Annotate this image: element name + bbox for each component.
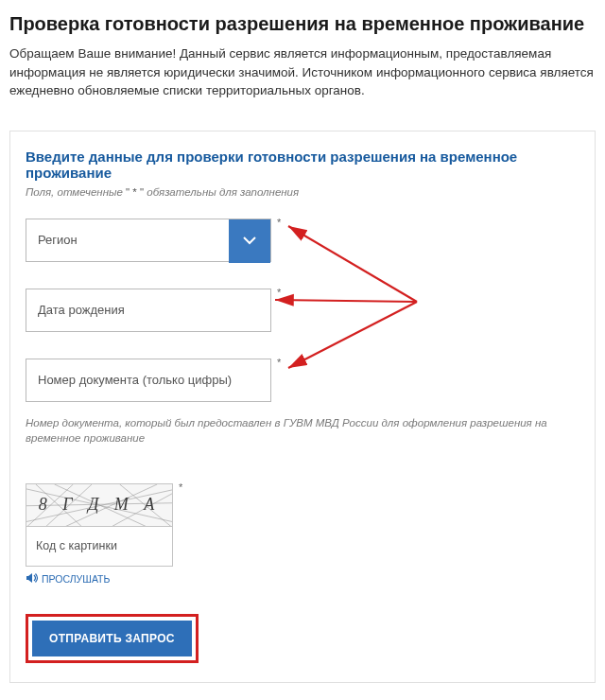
service-notice: Обращаем Ваше внимание! Данный сервис яв… bbox=[0, 44, 605, 121]
required-indicator: * bbox=[179, 481, 182, 493]
birthdate-input[interactable]: Дата рождения bbox=[26, 289, 271, 332]
docnum-field-row: Номер документа (только цифры) * bbox=[26, 359, 579, 402]
required-indicator: * bbox=[277, 357, 281, 368]
submit-button[interactable]: ОТПРАВИТЬ ЗАПРОС bbox=[32, 621, 192, 656]
required-fields-note: Поля, отмеченные " * " обязательны для з… bbox=[26, 186, 579, 198]
audio-icon bbox=[26, 572, 42, 586]
docnum-input[interactable]: Номер документа (только цифры) bbox=[26, 359, 271, 402]
region-dropdown-toggle[interactable] bbox=[229, 219, 270, 263]
required-note-prefix: Поля, отмеченные bbox=[26, 186, 126, 198]
captcha-listen-link[interactable]: ПРОСЛУШАТЬ bbox=[26, 572, 110, 586]
captcha-input[interactable]: Код с картинки bbox=[26, 527, 173, 567]
birthdate-placeholder: Дата рождения bbox=[38, 303, 125, 317]
check-form: Введите данные для проверки готовности р… bbox=[9, 131, 596, 683]
required-star-sample: " * " bbox=[126, 186, 144, 198]
chevron-down-icon bbox=[243, 234, 256, 248]
captcha-block: 8 Г Д М А * Код с картинки ПРОСЛУШАТЬ bbox=[26, 483, 579, 587]
captcha-image: 8 Г Д М А bbox=[26, 483, 173, 527]
docnum-placeholder: Номер документа (только цифры) bbox=[38, 373, 232, 387]
docnum-hint: Номер документа, который был предоставле… bbox=[26, 415, 574, 446]
region-select[interactable]: Регион bbox=[26, 219, 271, 262]
birthdate-field-row: Дата рождения * bbox=[26, 289, 579, 332]
captcha-code-text: 8 Г Д М А bbox=[39, 495, 161, 515]
region-placeholder: Регион bbox=[38, 233, 78, 247]
captcha-input-placeholder: Код с картинки bbox=[36, 539, 117, 552]
form-heading: Введите данные для проверки готовности р… bbox=[26, 149, 579, 181]
page-title: Проверка готовности разрешения на времен… bbox=[0, 0, 605, 44]
required-indicator: * bbox=[277, 217, 281, 228]
required-indicator: * bbox=[277, 287, 281, 298]
captcha-listen-label: ПРОСЛУШАТЬ bbox=[42, 573, 110, 585]
region-field-row: Регион * bbox=[26, 219, 579, 262]
submit-highlight-box: ОТПРАВИТЬ ЗАПРОС bbox=[26, 614, 199, 663]
required-note-suffix: обязательны для заполнения bbox=[144, 186, 299, 198]
